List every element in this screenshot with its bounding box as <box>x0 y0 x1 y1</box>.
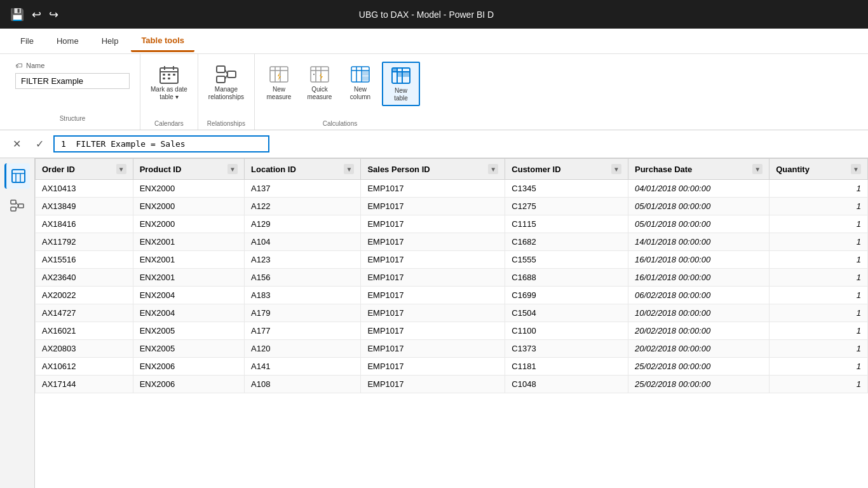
table-cell[interactable]: C1504 <box>505 304 628 322</box>
table-cell[interactable]: A177 <box>245 322 361 340</box>
table-cell[interactable]: 14/01/2018 00:00:00 <box>628 233 769 251</box>
product-id-filter-btn[interactable]: ▼ <box>227 164 238 174</box>
table-cell[interactable]: ENX2001 <box>133 251 244 269</box>
formula-cancel-button[interactable]: ✕ <box>8 135 25 153</box>
table-cell[interactable]: ENX2004 <box>133 304 244 322</box>
table-cell[interactable]: EMP1017 <box>361 180 505 198</box>
table-cell[interactable]: ENX2000 <box>133 215 244 233</box>
table-cell[interactable]: AX11792 <box>36 233 133 251</box>
location-id-filter-btn[interactable]: ▼ <box>344 164 354 174</box>
table-cell[interactable]: A183 <box>245 287 361 304</box>
table-cell[interactable]: A129 <box>245 215 361 233</box>
table-cell[interactable]: AX15516 <box>36 251 133 269</box>
table-name-input[interactable] <box>15 73 130 89</box>
table-cell[interactable]: C1682 <box>505 233 628 251</box>
redo-icon[interactable]: ↪ <box>49 8 58 22</box>
table-cell[interactable]: EMP1017 <box>361 251 505 269</box>
table-cell[interactable]: 25/02/2018 00:00:00 <box>628 376 769 393</box>
table-cell[interactable]: EMP1017 <box>361 358 505 376</box>
table-cell[interactable]: 1 <box>770 322 868 340</box>
table-cell[interactable]: C1688 <box>505 269 628 287</box>
table-cell[interactable]: 1 <box>770 269 868 287</box>
table-cell[interactable]: EMP1017 <box>361 322 505 340</box>
table-cell[interactable]: C1100 <box>505 322 628 340</box>
table-cell[interactable]: A104 <box>245 233 361 251</box>
table-cell[interactable]: EMP1017 <box>361 287 505 304</box>
table-cell[interactable]: A108 <box>245 376 361 393</box>
menu-file[interactable]: File <box>10 31 44 51</box>
table-cell[interactable]: ENX2000 <box>133 198 244 215</box>
formula-confirm-button[interactable]: ✓ <box>31 135 48 153</box>
table-cell[interactable]: 20/02/2018 00:00:00 <box>628 322 769 340</box>
table-cell[interactable]: 1 <box>770 340 868 358</box>
undo-icon[interactable]: ↩ <box>32 8 41 22</box>
table-cell[interactable]: ENX2004 <box>133 287 244 304</box>
menu-home[interactable]: Home <box>46 31 89 51</box>
table-cell[interactable]: ENX2005 <box>133 322 244 340</box>
table-cell[interactable]: C1181 <box>505 358 628 376</box>
table-cell[interactable]: C1555 <box>505 251 628 269</box>
table-cell[interactable]: 1 <box>770 180 868 198</box>
table-cell[interactable]: 25/02/2018 00:00:00 <box>628 358 769 376</box>
purchase-date-filter-btn[interactable]: ▼ <box>752 164 763 174</box>
data-grid[interactable]: Order ID ▼ Product ID ▼ Location ID <box>35 158 868 488</box>
table-cell[interactable]: C1373 <box>505 340 628 358</box>
table-cell[interactable]: 16/01/2018 00:00:00 <box>628 251 769 269</box>
table-cell[interactable]: EMP1017 <box>361 304 505 322</box>
table-cell[interactable]: ENX2005 <box>133 340 244 358</box>
table-cell[interactable]: 1 <box>770 233 868 251</box>
table-cell[interactable]: EMP1017 <box>361 340 505 358</box>
table-cell[interactable]: 1 <box>770 287 868 304</box>
new-table-button[interactable]: Newtable <box>382 62 420 106</box>
table-cell[interactable]: AX14727 <box>36 304 133 322</box>
table-cell[interactable]: AX20022 <box>36 287 133 304</box>
table-cell[interactable]: 04/01/2018 00:00:00 <box>628 180 769 198</box>
table-cell[interactable]: EMP1017 <box>361 233 505 251</box>
sidebar-table-view-icon[interactable] <box>4 163 30 189</box>
table-cell[interactable]: ENX2000 <box>133 180 244 198</box>
table-cell[interactable]: A120 <box>245 340 361 358</box>
table-cell[interactable]: A122 <box>245 198 361 215</box>
table-cell[interactable]: AX16021 <box>36 322 133 340</box>
table-cell[interactable]: 1 <box>770 358 868 376</box>
new-measure-button[interactable]: Newmeasure <box>260 62 298 104</box>
quick-measure-button[interactable]: Quickmeasure <box>301 62 339 104</box>
table-cell[interactable]: 1 <box>770 304 868 322</box>
quantity-filter-btn[interactable]: ▼ <box>851 164 861 174</box>
table-cell[interactable]: ENX2006 <box>133 358 244 376</box>
customer-id-filter-btn[interactable]: ▼ <box>611 164 621 174</box>
table-cell[interactable]: 06/02/2018 00:00:00 <box>628 287 769 304</box>
table-cell[interactable]: C1699 <box>505 287 628 304</box>
table-cell[interactable]: 10/02/2018 00:00:00 <box>628 304 769 322</box>
table-cell[interactable]: ENX2001 <box>133 233 244 251</box>
table-cell[interactable]: 1 <box>770 251 868 269</box>
table-cell[interactable]: EMP1017 <box>361 198 505 215</box>
table-cell[interactable]: 1 <box>770 215 868 233</box>
table-cell[interactable]: A141 <box>245 358 361 376</box>
table-cell[interactable]: EMP1017 <box>361 215 505 233</box>
table-cell[interactable]: AX10413 <box>36 180 133 198</box>
table-cell[interactable]: A137 <box>245 180 361 198</box>
table-cell[interactable]: EMP1017 <box>361 269 505 287</box>
menu-table-tools[interactable]: Table tools <box>131 30 194 52</box>
table-cell[interactable]: AX18416 <box>36 215 133 233</box>
table-cell[interactable]: ENX2006 <box>133 376 244 393</box>
table-cell[interactable]: EMP1017 <box>361 376 505 393</box>
manage-relationships-button[interactable]: Managerelationships <box>203 62 249 104</box>
table-cell[interactable]: 1 <box>770 376 868 393</box>
table-cell[interactable]: A156 <box>245 269 361 287</box>
formula-input[interactable] <box>53 135 269 152</box>
table-cell[interactable]: 16/01/2018 00:00:00 <box>628 269 769 287</box>
table-cell[interactable]: 05/01/2018 00:00:00 <box>628 215 769 233</box>
new-column-button[interactable]: Newcolumn <box>341 62 379 104</box>
table-cell[interactable]: AX10612 <box>36 358 133 376</box>
sidebar-model-view-icon[interactable] <box>4 194 30 219</box>
table-cell[interactable]: 20/02/2018 00:00:00 <box>628 340 769 358</box>
table-cell[interactable]: C1275 <box>505 198 628 215</box>
menu-help[interactable]: Help <box>92 31 129 51</box>
table-cell[interactable]: AX20803 <box>36 340 133 358</box>
table-cell[interactable]: C1345 <box>505 180 628 198</box>
table-cell[interactable]: AX23640 <box>36 269 133 287</box>
table-cell[interactable]: C1048 <box>505 376 628 393</box>
mark-as-date-table-button[interactable]: Mark as datetable ▾ <box>146 62 193 104</box>
